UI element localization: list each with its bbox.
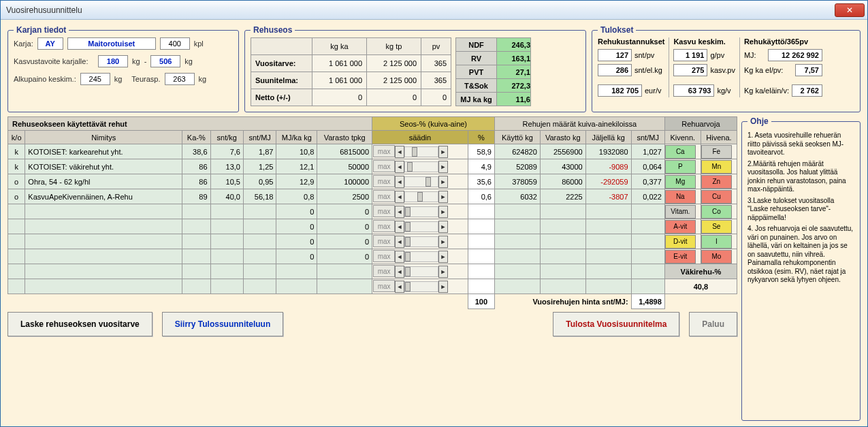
max-button[interactable]: max: [373, 280, 395, 292]
nutri-na-button[interactable]: Na: [665, 190, 696, 204]
dec-arrow-icon[interactable]: ◄: [395, 161, 404, 173]
nutri-e-vit-button[interactable]: E-vit: [665, 250, 696, 264]
inc-arrow-icon[interactable]: ►: [438, 206, 448, 218]
slider[interactable]: [404, 191, 438, 202]
max-button[interactable]: max: [373, 235, 395, 247]
dec-arrow-icon[interactable]: ◄: [395, 206, 404, 218]
nutri-vitam.-button[interactable]: Vitam.: [665, 205, 696, 219]
dec-arrow-icon[interactable]: ◄: [395, 281, 404, 293]
rehuarvot-header: Rehuarvoja: [664, 117, 737, 131]
nutri-fe-button[interactable]: Fe: [701, 145, 732, 159]
inc-arrow-icon[interactable]: ►: [438, 161, 448, 173]
dec-arrow-icon[interactable]: ◄: [395, 176, 404, 188]
nutri-ca-button[interactable]: Ca: [665, 145, 696, 159]
nutri-rv-btn[interactable]: RV: [456, 52, 497, 65]
unit-kg-2: kg: [184, 57, 193, 65]
inc-arrow-icon[interactable]: ►: [438, 236, 448, 248]
nutri-mn-button[interactable]: Mn: [701, 160, 732, 174]
nutri-p-button[interactable]: P: [665, 160, 696, 174]
dec-arrow-icon[interactable]: ◄: [395, 191, 404, 203]
kasvu-max[interactable]: 506: [150, 55, 180, 67]
hdr-rehukaytto: Rehukäyttö/365pv: [744, 37, 822, 46]
slider[interactable]: [404, 236, 438, 247]
max-button[interactable]: max: [373, 145, 395, 157]
slider[interactable]: [404, 251, 438, 262]
slider[interactable]: [404, 176, 438, 187]
inc-arrow-icon[interactable]: ►: [438, 191, 448, 203]
count-input[interactable]: 400: [160, 37, 190, 50]
inc-arrow-icon[interactable]: ►: [438, 281, 448, 293]
nutri-mo-button[interactable]: Mo: [701, 250, 732, 264]
max-button[interactable]: max: [373, 190, 395, 202]
nutri-ndf-btn[interactable]: NDF: [456, 38, 497, 52]
inc-arrow-icon[interactable]: ►: [438, 221, 448, 233]
kasvu-min[interactable]: 180: [98, 55, 128, 67]
ohje-p3: 3.Laske tulokset vuositasolla "Laske reh…: [748, 197, 854, 223]
col-varastokg: Varasto kg: [540, 131, 585, 144]
inc-arrow-icon[interactable]: ►: [438, 251, 448, 263]
table-row: kKOTOISET: väkirehut yht.8613,01,2512,15…: [8, 159, 737, 174]
max-button[interactable]: max: [373, 160, 395, 172]
rehumaara-header: Rehujen määrät kuiva-ainekiloissa: [494, 117, 664, 131]
inc-arrow-icon[interactable]: ►: [438, 266, 448, 278]
nutri-cu-button[interactable]: Cu: [701, 190, 732, 204]
ohje-p4: 4. Jos rehuarvoja ei ole saavutettu, vär…: [748, 225, 854, 285]
val-mj: 12 262 992: [768, 49, 822, 61]
col-ko: k/o: [8, 131, 25, 144]
nutri-mjkakg-btn[interactable]: MJ ka kg: [456, 93, 497, 106]
col-kivenn: Kivenn.: [664, 131, 701, 144]
close-button[interactable]: ✕: [835, 3, 865, 17]
table-row: oKasvuApeKivennäinen, A-Rehu8940,056,180…: [8, 189, 737, 204]
hdr-kgtp: kg tp: [367, 38, 421, 55]
max-button[interactable]: max: [373, 265, 395, 277]
max-button[interactable]: max: [373, 220, 395, 232]
slider[interactable]: [404, 266, 438, 277]
col-mjka: MJ/ka kg: [276, 131, 317, 144]
col-sntkg: snt/kg: [210, 131, 243, 144]
breed-name[interactable]: Maitorotuiset: [67, 37, 156, 50]
hdr-rehukust: Rehukustannukset: [598, 37, 664, 46]
laske-button[interactable]: Laske rehuseoksen vuositarve: [7, 312, 152, 336]
inc-arrow-icon[interactable]: ►: [438, 146, 448, 158]
tulosta-button[interactable]: Tulosta Vuosisuunnitelma: [553, 312, 679, 336]
dec-arrow-icon[interactable]: ◄: [395, 221, 404, 233]
breed-code[interactable]: AY: [37, 37, 63, 50]
nutri-d-vit-button[interactable]: D-vit: [665, 235, 696, 249]
teurasp-input[interactable]: 263: [165, 73, 195, 85]
val-gpv: 1 191: [673, 49, 707, 61]
dec-arrow-icon[interactable]: ◄: [395, 266, 404, 278]
nutri-tsok-btn[interactable]: T&Sok: [456, 79, 497, 93]
nutri-pvt-btn[interactable]: PVT: [456, 65, 497, 79]
nutri-co-button[interactable]: Co: [701, 205, 732, 219]
slider[interactable]: [404, 221, 438, 232]
dec-arrow-icon[interactable]: ◄: [395, 251, 404, 263]
alku-input[interactable]: 245: [80, 73, 110, 85]
total-pct: 100: [468, 294, 494, 309]
val-sntpv: 127: [598, 49, 632, 61]
nutri-zn-button[interactable]: Zn: [701, 175, 732, 189]
legend-karja: Karjan tiedot: [14, 25, 69, 35]
siirry-button[interactable]: Siirry Tulossuunniteluun: [162, 312, 283, 336]
paluu-button[interactable]: Paluu: [689, 312, 737, 336]
inc-arrow-icon[interactable]: ►: [438, 176, 448, 188]
dec-arrow-icon[interactable]: ◄: [395, 146, 404, 158]
legend-rehuseos: Rehuseos: [251, 25, 295, 35]
nutri-i-button[interactable]: I: [701, 235, 732, 249]
max-button[interactable]: max: [373, 175, 395, 187]
fieldset-tulokset: Tulokset Rehukustannukset 127snt/pv 286s…: [592, 25, 861, 112]
slider[interactable]: [404, 161, 438, 172]
slider[interactable]: [404, 206, 438, 217]
table-row: 00max◄►Vitam.Co: [8, 204, 737, 219]
slider[interactable]: [404, 281, 438, 292]
col-pct: %: [468, 131, 494, 144]
max-button[interactable]: max: [373, 205, 395, 217]
max-button[interactable]: max: [373, 250, 395, 262]
vakirehu-label: Väkirehu-%: [664, 264, 737, 279]
nutri-se-button[interactable]: Se: [701, 220, 732, 234]
nutri-a-vit-button[interactable]: A-vit: [665, 220, 696, 234]
slider[interactable]: [404, 146, 438, 157]
dec-arrow-icon[interactable]: ◄: [395, 236, 404, 248]
nutri-mg-button[interactable]: Mg: [665, 175, 696, 189]
hdr-kasvu: Kasvu keskim.: [673, 37, 735, 46]
label-alku: Alkupaino keskim.:: [14, 75, 76, 83]
